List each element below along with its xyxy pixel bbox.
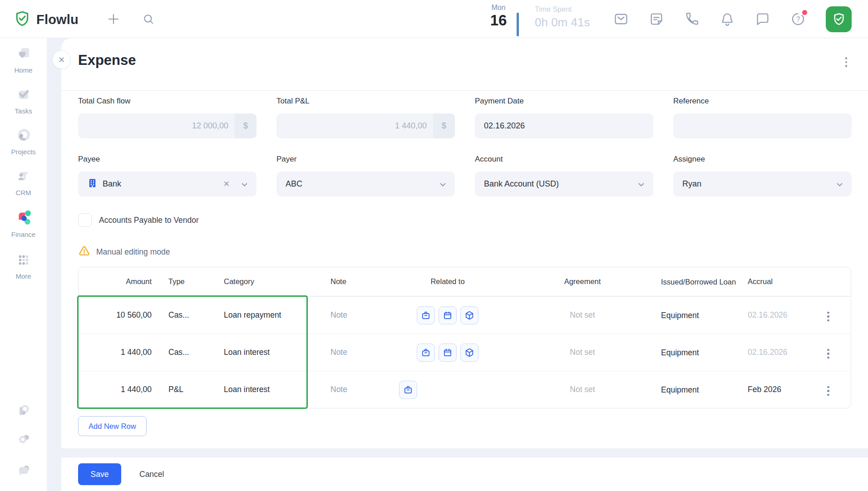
mail-icon[interactable] <box>613 11 629 27</box>
briefcase-icon[interactable] <box>417 306 435 324</box>
cell-amount[interactable]: 1 440,00 <box>79 385 153 394</box>
field-label-assignee: Assignee <box>673 155 852 164</box>
calendar-icon[interactable] <box>439 306 457 324</box>
cancel-button[interactable]: Cancel <box>139 470 164 479</box>
cell-amount[interactable]: 10 560,00 <box>79 310 153 320</box>
cell-type[interactable]: Cas... <box>153 348 224 357</box>
total-pl-input: 1 440,00 $ <box>276 113 455 138</box>
chat-icon[interactable] <box>755 11 770 27</box>
clear-icon[interactable]: ✕ <box>223 179 230 189</box>
cell-note[interactable]: Note <box>330 385 383 394</box>
chevron-down-icon <box>837 180 843 188</box>
topbar: Flowlu Mon 16 Time Spent 0h 0m 41s <box>0 0 868 38</box>
warning-triangle-icon <box>78 245 90 259</box>
add-new-row-button[interactable]: Add New Row <box>78 416 147 436</box>
calendar-date[interactable]: Mon 16 <box>482 4 515 29</box>
cell-type[interactable]: P&L <box>153 385 224 394</box>
col-header-related-to: Related to <box>383 277 513 286</box>
table-row: 10 560,00 Cas... Loan repayment Note Not… <box>79 296 851 334</box>
briefcase-icon[interactable] <box>417 344 435 362</box>
cell-loan[interactable]: Equipment <box>652 310 743 320</box>
total-cash-flow-value: 12 000,00 <box>78 121 235 131</box>
cell-type[interactable]: Cas... <box>153 310 224 320</box>
cell-loan[interactable]: Equipment <box>652 385 743 395</box>
total-cash-flow-input: 12 000,00 $ <box>78 113 256 138</box>
brand-name: Flowlu <box>36 12 79 27</box>
col-header-type: Type <box>153 277 224 286</box>
expense-lines-table: Amount Type Category Note Related to Agr… <box>78 267 851 408</box>
notes-icon[interactable] <box>649 11 664 27</box>
accounts-payable-checkbox[interactable] <box>78 213 92 227</box>
date-divider-bar <box>517 13 519 36</box>
payer-value: ABC <box>286 179 440 189</box>
row-menu-kebab-icon[interactable] <box>824 383 832 399</box>
manual-editing-warning: Manual editing mode <box>78 245 170 259</box>
cell-loan[interactable]: Equipment <box>652 348 743 358</box>
expense-form: Total Cash flow Total P&L Payment Date R… <box>78 97 852 196</box>
knowledge-icon[interactable] <box>0 402 47 418</box>
cell-category[interactable]: Loan interest <box>224 348 330 357</box>
cell-accrual[interactable]: Feb 2026 <box>743 385 805 394</box>
sidebar-item-tasks[interactable]: Tasks <box>0 79 47 120</box>
settings-gear-icon[interactable] <box>0 432 47 448</box>
col-header-category: Category <box>224 277 330 286</box>
cell-accrual[interactable]: 02.16.2026 <box>743 348 805 357</box>
page-background: ✕ Expense Total Cash flow Total P&L Paym… <box>47 38 868 491</box>
feedback-chat-icon[interactable] <box>0 462 47 479</box>
more-grid-icon <box>16 252 31 269</box>
save-button[interactable]: Save <box>78 463 121 485</box>
time-spent[interactable]: Time Spent 0h 0m 41s <box>535 5 590 29</box>
cell-note[interactable]: Note <box>330 348 383 357</box>
cell-related-to <box>383 381 513 399</box>
chevron-down-icon <box>440 180 446 188</box>
cell-category[interactable]: Loan repayment <box>224 310 330 320</box>
row-menu-kebab-icon[interactable] <box>824 309 832 324</box>
sidebar-item-crm[interactable]: CRM <box>0 161 47 201</box>
sidebar-item-projects[interactable]: Projects <box>0 120 47 161</box>
sidebar-item-label: More <box>15 272 31 280</box>
svg-text:?: ? <box>796 15 800 23</box>
search-icon[interactable] <box>141 12 156 27</box>
payment-date-input[interactable]: 02.16.2026 <box>475 113 653 138</box>
account-select[interactable]: Bank Account (USD) <box>475 172 653 196</box>
table-header-row: Amount Type Category Note Related to Agr… <box>79 267 851 296</box>
day-number: 16 <box>482 12 515 29</box>
sidebar-item-more[interactable]: More <box>0 245 47 286</box>
col-header-amount: Amount <box>79 277 153 286</box>
app-window: Flowlu Mon 16 Time Spent 0h 0m 41s <box>0 0 868 491</box>
sidebar-item-label: Finance <box>11 231 35 238</box>
cell-category[interactable]: Loan interest <box>224 385 330 394</box>
panel-menu-kebab-icon[interactable] <box>843 54 850 70</box>
page-title: Expense <box>78 52 136 69</box>
reference-input[interactable] <box>673 113 852 138</box>
cell-related-to <box>383 344 513 362</box>
cell-agreement[interactable]: Not set <box>513 385 652 394</box>
cell-agreement[interactable]: Not set <box>513 310 652 320</box>
phone-icon[interactable] <box>684 11 700 27</box>
expense-panel: ✕ Expense Total Cash flow Total P&L Paym… <box>61 38 868 448</box>
cube-icon[interactable] <box>460 344 478 362</box>
add-plus-icon[interactable] <box>106 12 121 27</box>
payer-select[interactable]: ABC <box>276 172 455 196</box>
briefcase-icon[interactable] <box>399 381 417 399</box>
sidebar-item-finance[interactable]: Finance <box>0 201 47 245</box>
brand-logo[interactable]: Flowlu <box>14 10 79 29</box>
close-icon[interactable]: ✕ <box>52 50 71 69</box>
cell-agreement[interactable]: Not set <box>513 348 652 357</box>
row-menu-kebab-icon[interactable] <box>824 346 832 362</box>
bank-building-icon <box>87 178 98 190</box>
payee-select[interactable]: Bank ✕ <box>78 172 256 196</box>
field-label-payment-date: Payment Date <box>475 97 653 106</box>
panel-header: ✕ Expense <box>61 38 868 91</box>
cube-icon[interactable] <box>460 306 478 324</box>
assignee-select[interactable]: Ryan <box>673 172 852 196</box>
cell-note[interactable]: Note <box>330 310 383 320</box>
col-header-note: Note <box>330 277 383 286</box>
account-shield-icon[interactable] <box>826 6 852 32</box>
bell-icon[interactable] <box>720 11 735 27</box>
sidebar-item-home[interactable]: Home <box>0 38 47 79</box>
help-icon[interactable]: ? <box>790 11 806 27</box>
cell-accrual[interactable]: 02.16.2026 <box>743 310 805 320</box>
cell-amount[interactable]: 1 440,00 <box>79 348 153 357</box>
calendar-icon[interactable] <box>439 344 457 362</box>
